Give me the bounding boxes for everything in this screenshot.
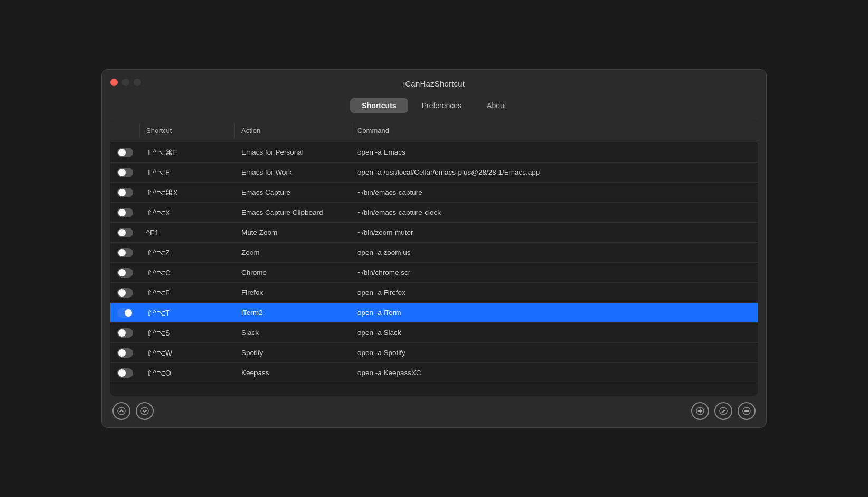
shortcut-cell: ⇧^⌥X xyxy=(140,205,235,220)
action-cell: Emacs for Work xyxy=(235,165,351,179)
tab-shortcuts[interactable]: Shortcuts xyxy=(350,98,408,113)
shortcut-cell: ⇧^⌥⌘X xyxy=(140,185,235,200)
toggle-cell[interactable] xyxy=(110,148,140,157)
toggle-cell[interactable] xyxy=(110,368,140,378)
svg-line-6 xyxy=(722,413,722,413)
command-cell: ~/bin/emacs-capture-clock xyxy=(351,205,758,219)
toggle-cell[interactable] xyxy=(110,208,140,217)
shortcut-cell: ⇧^⌥T xyxy=(140,305,235,320)
toggle-switch[interactable] xyxy=(117,208,133,217)
action-cell: Spotify xyxy=(235,346,351,360)
shortcut-cell: ⇧^⌥E xyxy=(140,165,235,180)
action-cell: Mute Zoom xyxy=(235,225,351,240)
content-area: Shortcut Action Command ⇧^⌥⌘E Emacs for … xyxy=(102,119,766,427)
action-cell: Emacs Capture Clipboard xyxy=(235,205,351,219)
action-cell: Zoom xyxy=(235,245,351,260)
table-row[interactable]: ⇧^⌥C Chrome ~/bin/chrome.scr xyxy=(110,263,758,283)
footer-left xyxy=(112,402,154,420)
tab-about[interactable]: About xyxy=(475,98,518,113)
shortcut-cell: ⇧^⌥C xyxy=(140,265,235,280)
shortcut-cell: ⇧^⌥O xyxy=(140,366,235,380)
app-window: iCanHazShortcut Shortcuts Preferences Ab… xyxy=(101,69,767,428)
table-header: Shortcut Action Command xyxy=(110,119,758,142)
command-cell: open -a iTerm xyxy=(351,305,758,320)
table-row[interactable]: ⇧^⌥S Slack open -a Slack xyxy=(110,323,758,343)
command-cell: open -a KeepassXC xyxy=(351,366,758,380)
shortcut-cell: ⇧^⌥Z xyxy=(140,245,235,260)
toggle-switch[interactable] xyxy=(117,148,133,157)
add-button[interactable] xyxy=(691,402,709,420)
minimize-button[interactable] xyxy=(122,79,129,86)
action-cell: Emacs for Personal xyxy=(235,145,351,159)
command-cell: open -a Firefox xyxy=(351,285,758,300)
col-shortcut: Shortcut xyxy=(140,123,235,138)
action-cell: iTerm2 xyxy=(235,305,351,320)
shortcuts-table: Shortcut Action Command ⇧^⌥⌘E Emacs for … xyxy=(110,119,758,396)
command-cell: open -a Spotify xyxy=(351,346,758,360)
command-cell: open -a Slack xyxy=(351,326,758,340)
toggle-switch[interactable] xyxy=(117,308,133,318)
move-down-button[interactable] xyxy=(136,402,154,420)
action-cell: Keepass xyxy=(235,366,351,380)
command-cell: ~/bin/zoom-muter xyxy=(351,225,758,240)
toggle-switch[interactable] xyxy=(117,348,133,358)
table-row[interactable]: ⇧^⌥O Keepass open -a KeepassXC xyxy=(110,363,758,383)
toggle-cell[interactable] xyxy=(110,348,140,358)
toggle-cell[interactable] xyxy=(110,268,140,278)
toggle-cell[interactable] xyxy=(110,328,140,338)
action-cell: Emacs Capture xyxy=(235,185,351,199)
svg-point-0 xyxy=(118,407,125,415)
shortcut-cell: ⇧^⌥⌘E xyxy=(140,145,235,160)
table-body: ⇧^⌥⌘E Emacs for Personal open -a Emacs ⇧… xyxy=(110,142,758,396)
toggle-switch[interactable] xyxy=(117,268,133,278)
col-toggle xyxy=(110,123,140,138)
action-cell: Slack xyxy=(235,326,351,340)
maximize-button[interactable] xyxy=(134,79,141,86)
toggle-switch[interactable] xyxy=(117,188,133,197)
table-row[interactable]: ⇧^⌥T iTerm2 open -a iTerm xyxy=(110,303,758,323)
tab-bar: Shortcuts Preferences About xyxy=(102,95,766,119)
shortcut-cell: ⇧^⌥F xyxy=(140,285,235,300)
col-command: Command xyxy=(351,123,758,138)
toggle-cell[interactable] xyxy=(110,248,140,257)
table-row[interactable]: ^F1 Mute Zoom ~/bin/zoom-muter xyxy=(110,223,758,243)
shortcut-cell: ⇧^⌥S xyxy=(140,326,235,340)
shortcut-cell: ⇧^⌥W xyxy=(140,346,235,360)
toggle-switch[interactable] xyxy=(117,248,133,257)
command-cell: open -a /usr/local/Cellar/emacs-plus@28/… xyxy=(351,165,758,179)
command-cell: open -a Emacs xyxy=(351,145,758,159)
toggle-switch[interactable] xyxy=(117,288,133,298)
footer-right xyxy=(691,402,756,420)
table-row[interactable]: ⇧^⌥⌘E Emacs for Personal open -a Emacs xyxy=(110,142,758,163)
toggle-switch[interactable] xyxy=(117,368,133,378)
toggle-cell[interactable] xyxy=(110,288,140,298)
table-row[interactable]: ⇧^⌥⌘X Emacs Capture ~/bin/emacs-capture xyxy=(110,183,758,203)
action-cell: Firefox xyxy=(235,285,351,300)
table-row[interactable]: ⇧^⌥X Emacs Capture Clipboard ~/bin/emacs… xyxy=(110,203,758,223)
command-cell: ~/bin/chrome.scr xyxy=(351,265,758,280)
command-cell: ~/bin/emacs-capture xyxy=(351,185,758,199)
shortcut-cell: ^F1 xyxy=(140,225,235,240)
remove-button[interactable] xyxy=(738,402,756,420)
toggle-cell[interactable] xyxy=(110,228,140,237)
svg-point-1 xyxy=(141,407,148,415)
toggle-switch[interactable] xyxy=(117,228,133,237)
table-row[interactable]: ⇧^⌥F Firefox open -a Firefox xyxy=(110,283,758,303)
action-cell: Chrome xyxy=(235,265,351,280)
toggle-switch[interactable] xyxy=(117,168,133,177)
close-button[interactable] xyxy=(110,79,118,86)
move-up-button[interactable] xyxy=(112,402,130,420)
window-title: iCanHazShortcut xyxy=(403,79,465,88)
table-row[interactable]: ⇧^⌥W Spotify open -a Spotify xyxy=(110,343,758,363)
tab-preferences[interactable]: Preferences xyxy=(410,98,473,113)
table-row[interactable]: ⇧^⌥E Emacs for Work open -a /usr/local/C… xyxy=(110,163,758,183)
toggle-cell[interactable] xyxy=(110,188,140,197)
toggle-switch[interactable] xyxy=(117,328,133,338)
titlebar: iCanHazShortcut xyxy=(102,70,766,95)
table-row[interactable]: ⇧^⌥Z Zoom open -a zoom.us xyxy=(110,243,758,263)
edit-button[interactable] xyxy=(714,402,732,420)
command-cell: open -a zoom.us xyxy=(351,245,758,260)
toggle-cell[interactable] xyxy=(110,168,140,177)
toggle-cell[interactable] xyxy=(110,308,140,318)
col-action: Action xyxy=(235,123,351,138)
